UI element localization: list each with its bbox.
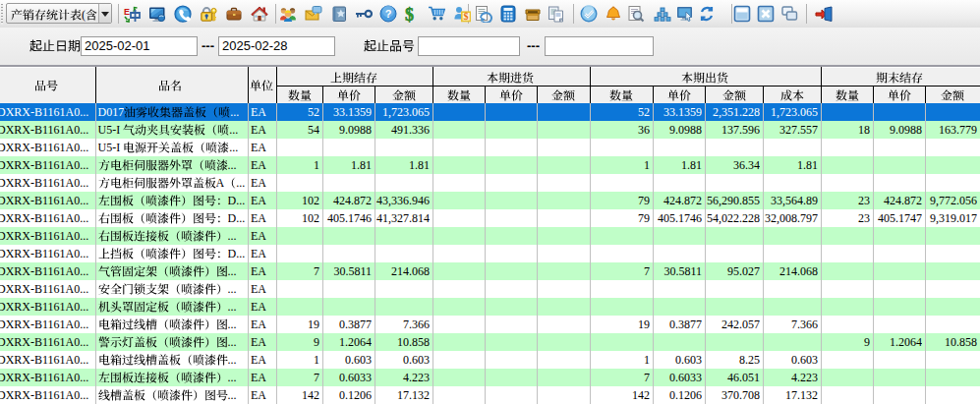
svg-text:E: E [124,7,130,17]
svg-text:$: $ [405,5,414,23]
svg-text:$: $ [464,11,469,22]
svg-text:?: ? [385,8,392,20]
